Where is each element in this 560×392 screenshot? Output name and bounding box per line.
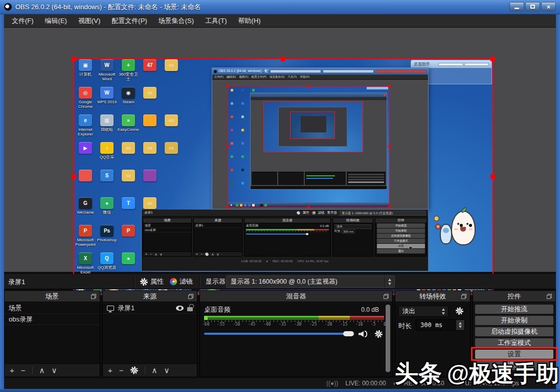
desktop-icon[interactable]: ▭ [139,142,161,169]
minimize-button[interactable] [509,2,524,11]
desktop-icon-image: Ps [100,225,114,237]
move-source-up-button[interactable]: ∧ [152,366,158,374]
desktop-icon[interactable] [75,170,96,196]
popout-icon[interactable] [91,294,96,299]
nested-close-icon [375,70,427,73]
desktop-icon[interactable]: WMicrosoft Word [96,59,118,86]
desktop-icon[interactable]: S [96,170,118,196]
desktop-icon-image: ▣ [79,59,92,71]
desktop-icon-image: + [122,59,135,71]
desktop-icon[interactable]: ▭ [161,114,182,141]
popout-icon[interactable] [384,294,389,299]
source-list-item[interactable]: 录屏1 [103,303,197,314]
audio-channel-name: 桌面音频 [204,305,231,314]
popout-icon[interactable] [461,294,466,299]
start-streaming-button[interactable]: 开始推流 [475,305,553,314]
desktop-icon-image: ▭ [122,142,135,154]
visibility-eye-icon[interactable] [176,306,184,311]
desktop-icon[interactable]: PMicrosoft Powerpoint [75,225,96,251]
helper-window-title: 桌面助手 [414,61,437,67]
unlock-icon[interactable] [187,307,193,311]
duration-input[interactable]: 300 ms [416,319,465,331]
move-scene-up-button[interactable]: ∧ [39,366,45,374]
remove-scene-button[interactable]: − [21,366,26,374]
menu-profile[interactable]: 配置文件(P) [106,14,152,28]
duration-spinner-icon[interactable] [456,320,464,330]
desktop-icon[interactable]: ▭ [161,142,182,169]
maximize-button[interactable] [525,2,540,11]
rec-time: REC: 00:00:00 [404,380,444,387]
desktop-icon[interactable]: ▶ [75,142,96,169]
desktop-icon[interactable]: »EasyConnect [118,114,139,141]
cpu-fps: CPU: 10.4%, 19.67 fps [457,380,519,387]
combo-spinner-icon[interactable] [384,276,394,287]
menu-tools[interactable]: 工具(T) [199,14,233,28]
move-source-down-button[interactable]: ∨ [164,366,170,374]
volume-slider-track[interactable] [204,333,349,335]
menubar: 文件(F) 编辑(E) 视图(V) 配置文件(P) 场景集合(S) 工具(T) … [4,14,556,28]
meter-ticks: -60-55 -50-45 -40-35 -30-25 -20-15 -10-5… [202,322,386,327]
desktop-icon[interactable]: PsPhotoshop [96,225,118,251]
settings-button[interactable]: 设置 [475,350,553,359]
nested-max-icon [323,70,374,73]
desktop-icon[interactable]: ▣计算机 [75,59,96,86]
desktop-icon[interactable]: ▭ [118,170,139,196]
desktop-icon-image: Q [100,252,114,264]
desktop-icon[interactable]: ▭ [139,87,161,113]
desktop-icon[interactable]: ▭ [161,59,182,86]
desktop-icon-image [143,170,156,181]
desktop-icon[interactable] [139,170,161,196]
transition-select[interactable]: 淡出 [398,306,449,317]
display-select[interactable]: 显示器 1: 1600x900 @ 0,0 (主监视器) [226,275,395,288]
add-source-button[interactable]: + [108,366,113,374]
popout-icon[interactable] [188,294,193,299]
properties-button[interactable]: 属性 [140,276,164,287]
desktop-icon[interactable]: eInternet Explorer [75,114,96,141]
nested-gear-icon [297,211,300,215]
desktop-icon[interactable]: ▭ [118,142,139,169]
source-properties-gear-icon[interactable] [130,366,138,374]
helper-minimize-icon [438,63,463,66]
move-scene-down-button[interactable]: ∨ [52,366,57,374]
filters-button[interactable]: 滤镜 [170,276,193,287]
exit-button[interactable]: 退出 [475,361,553,370]
nested-obs-window-level-6 [278,107,347,147]
remove-source-button[interactable]: − [119,366,124,374]
menu-file[interactable]: 文件(F) [6,14,39,28]
desktop-icon-image: ▭ [165,114,178,126]
desktop-icon[interactable]: GWeGame [75,197,96,224]
menu-edit[interactable]: 编辑(E) [39,14,73,28]
popout-icon[interactable] [547,294,552,299]
desktop-icon[interactable]: ◎Google Chrome [75,87,96,113]
desktop-icon[interactable]: WWPS 2019 [96,87,118,113]
menu-help[interactable]: 帮助(H) [233,14,266,28]
desktop-icon[interactable]: ●微信 [96,197,118,224]
start-recording-button[interactable]: 开始录制 [475,316,553,325]
studio-mode-button[interactable]: 工作室模式 [475,338,553,348]
close-button[interactable]: × [541,2,556,11]
volume-slider-handle[interactable] [343,331,354,336]
add-scene-button[interactable]: + [10,366,14,374]
mixer-scrollbar[interactable] [386,305,390,372]
mixer-gear-icon[interactable] [375,330,383,338]
menu-scene-collection[interactable]: 场景集合(S) [153,14,199,28]
desktop-icon-image: W [100,87,114,99]
desktop-icon[interactable]: ◉Steam [118,87,139,113]
scene-list-item[interactable]: obs录屏 [5,314,100,325]
desktop-icon[interactable]: T [118,197,139,224]
desktop-icon[interactable]: 47 [139,59,161,86]
speaker-icon[interactable] [359,331,367,337]
nested-docks-level-4 [252,172,386,185]
transition-gear-icon[interactable] [456,307,463,315]
preview-area[interactable]: ▣计算机 ◎Google Chrome eInternet Explorer ▶… [4,28,556,272]
desktop-icon[interactable]: ♪QQ音乐 [96,142,118,169]
scenes-title: 场景 [46,292,59,301]
desktop-icon[interactable]: P [118,225,139,251]
menu-view[interactable]: 视图(V) [73,14,106,28]
desktop-icon[interactable]: +360安全卫士 [118,59,139,86]
desktop-icon[interactable]: ▥回收站 [96,114,118,141]
scene-list-item[interactable]: 场景 [5,303,100,314]
desktop-icon[interactable] [139,114,161,141]
start-virtual-camera-button[interactable]: 启动虚拟摄像机 [475,327,553,336]
transitions-panel: 转场特效 淡出 时长 300 ms [395,290,471,377]
